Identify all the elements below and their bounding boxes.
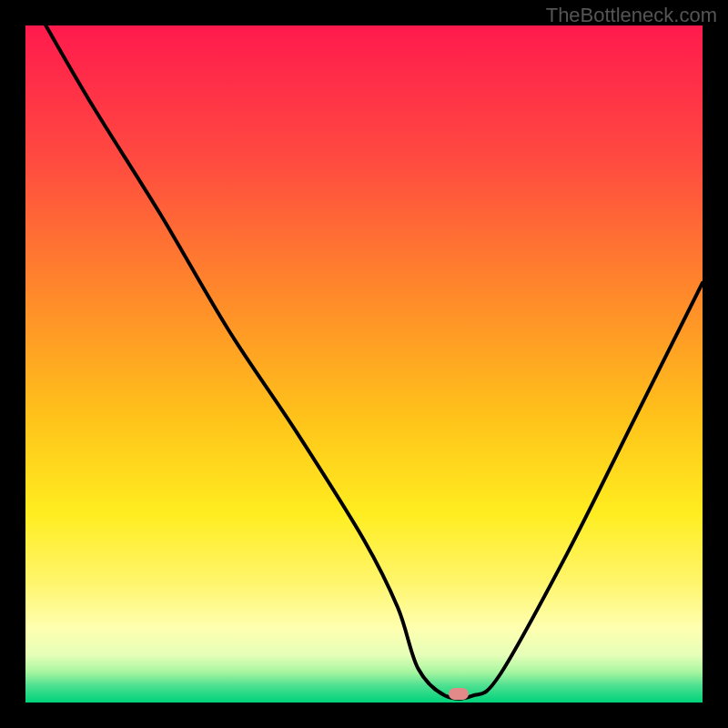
watermark-text: TheBottleneck.com xyxy=(546,4,717,27)
chart-curve xyxy=(25,25,703,703)
chart-marker xyxy=(449,688,469,700)
chart-plot-area xyxy=(25,25,703,703)
